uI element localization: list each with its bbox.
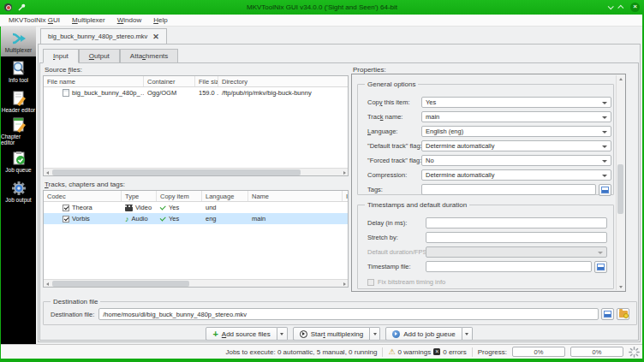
scroll-down-icon[interactable] [617,283,623,290]
plus-icon: + [212,330,218,338]
tab-input[interactable]: Input [43,49,79,63]
source-file-row[interactable]: big_buck_bunny_480p_… Ogg/OGM 159.0 … /f… [44,87,348,98]
stretch-by-input[interactable] [426,232,607,243]
menu-window[interactable]: Window [111,16,147,24]
app-icon [4,3,12,11]
add-source-files-button[interactable]: +Add source files [206,327,277,341]
language-select[interactable]: English (eng) [421,126,611,137]
check-icon [160,205,166,211]
sidebar-item-chapter-editor[interactable]: Chapter editor [1,116,36,146]
scroll-thumb[interactable] [52,169,301,175]
timestamp-file-browse-button[interactable] [594,261,607,273]
column-file-name[interactable]: File name [44,76,144,86]
track-checkbox[interactable] [63,216,69,223]
start-multiplexing-menu-button[interactable] [370,327,380,341]
page-tabs: Input Output Attachments [43,49,178,63]
track-row-theora[interactable]: Theora Video Yes und [44,202,348,213]
scroll-thumb[interactable] [617,164,623,214]
add-source-files-menu-button[interactable] [277,327,288,341]
browse-icon [597,264,605,270]
sidebar-item-job-queue[interactable]: Job queue [1,146,36,176]
tracks-header[interactable]: Codec Type Copy item Language Name I [44,191,348,202]
source-files-hscrollbar[interactable] [44,168,348,175]
statusbar: Jobs to execute: 0 automatic, 5 manual, … [0,344,644,359]
tags-input[interactable] [421,184,596,195]
browse-icon [601,187,609,193]
delay-input[interactable] [426,217,607,228]
sidebar-item-header-editor[interactable]: Header editor [1,86,36,116]
forced-track-flag-select[interactable]: No [421,155,611,166]
track-name-select[interactable]: main [421,111,611,122]
add-to-job-queue-button[interactable]: Add to job queue [385,327,462,341]
column-directory[interactable]: Directory [218,76,348,86]
tracks-table[interactable]: Codec Type Copy item Language Name I The… [43,190,349,288]
add-to-job-queue-menu-button[interactable] [462,327,473,341]
track-row-vorbis[interactable]: Vorbis ♪Audio Yes eng main [44,213,348,224]
minimize-button[interactable] [608,3,614,9]
source-files-header[interactable]: File name Container File size Directory [44,76,348,87]
menu-help[interactable]: Help [147,16,173,24]
column-id[interactable]: I [343,191,348,201]
chevron-down-icon [602,145,607,148]
file-icon [63,89,69,97]
destination-file-input[interactable]: /home/mosu/dl/big_buck_bunny_480p_stereo… [98,308,599,320]
window-frame [0,359,644,362]
job-output-icon [11,181,27,196]
sidebar-item-job-output[interactable]: Job output [1,176,36,206]
menu-multiplexer[interactable]: Multiplexer [66,16,111,24]
new-folder-icon [619,311,628,317]
audio-icon: ♪ [125,216,129,223]
progress-bar-current: 0% [512,347,565,357]
properties-label: Properties: [353,66,386,74]
scroll-left-icon[interactable] [44,169,51,175]
tab-output[interactable]: Output [79,49,120,63]
scroll-right-icon[interactable] [341,169,348,175]
start-multiplexing-button[interactable]: Start multiplexing [293,327,370,341]
scroll-up-icon[interactable] [617,75,623,82]
header-editor-icon [11,91,27,106]
default-track-flag-select[interactable]: Determine automatically [421,140,611,151]
multiplexer-icon [11,31,27,46]
copy-this-item-select[interactable]: Yes [421,97,611,108]
scroll-left-icon[interactable] [44,281,51,287]
menu-mkvtoolnix-gui[interactable]: MKVToolNix GUI [3,16,66,24]
file-tab-close-icon[interactable]: ✕ [152,33,159,40]
scroll-right-icon[interactable] [341,281,348,287]
column-name[interactable]: Name [248,191,343,201]
job-queue-ball-icon [392,330,400,338]
pin-icon [17,3,26,12]
job-queue-icon [11,151,27,166]
column-copy-item[interactable]: Copy item [157,191,202,201]
titlebar[interactable]: MKVToolNix GUI v34.0.0 ('Sight and Seen'… [0,0,644,15]
mkvtoolnix-window: MKVToolNix GUI v34.0.0 ('Sight and Seen'… [0,0,644,362]
timestamp-file-input[interactable] [426,261,592,272]
chevron-down-icon [598,252,603,254]
timestamps-group: Timestamps and default duration Delay (i… [357,205,614,289]
errors-count: 0 errors [443,348,467,356]
chevron-down-icon [602,102,607,104]
column-language[interactable]: Language [202,191,248,201]
scroll-thumb[interactable] [52,281,189,287]
column-container[interactable]: Container [144,76,195,86]
properties-vscrollbar[interactable] [616,75,624,290]
tags-browse-button[interactable] [599,184,611,196]
column-type[interactable]: Type [122,191,157,201]
chevron-down-icon [602,160,607,163]
source-files-table[interactable]: File name Container File size Directory … [43,75,349,176]
close-button[interactable]: × [630,3,640,12]
compression-select[interactable]: Determine automatically [421,169,611,181]
tab-attachments[interactable]: Attachments [120,49,178,63]
destination-browse-button[interactable] [601,308,614,320]
chevron-down-icon [602,116,607,119]
sidebar-item-info-tool[interactable]: Info tool [1,56,36,86]
progress-label: Progress: [478,348,507,356]
default-duration-select [426,246,607,258]
column-codec[interactable]: Codec [44,191,122,201]
sidebar-item-multiplexer[interactable]: Multiplexer [1,27,36,56]
column-file-size[interactable]: File size [195,76,218,86]
tracks-hscrollbar[interactable] [44,279,348,287]
track-checkbox[interactable] [63,205,69,211]
maximize-button[interactable] [617,5,623,11]
file-tab[interactable]: big_buck_bunny_480p_stereo.mkv ✕ [40,28,167,44]
destination-new-folder-button[interactable] [617,308,629,320]
